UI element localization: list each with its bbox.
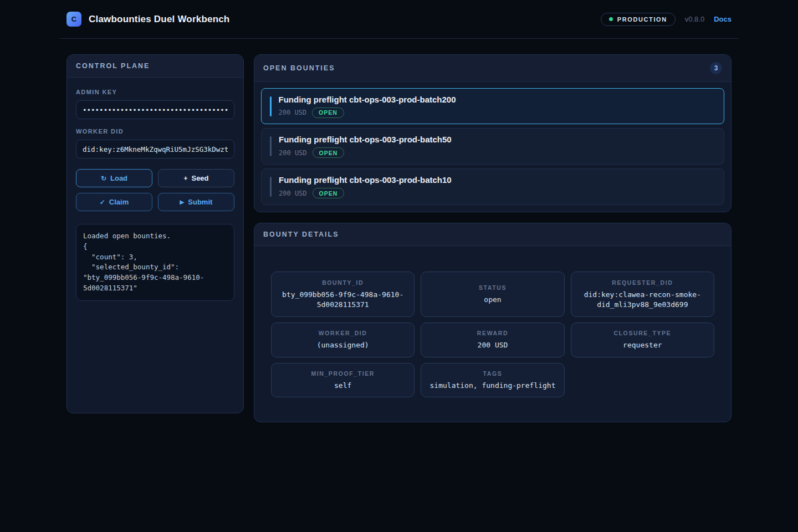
page-container: C Clawbounties Duel Workbench PRODUCTION… [60, 0, 738, 422]
version-label: v0.8.0 [685, 15, 704, 23]
main-content: CONTROL PLANE ADMIN KEY WORKER DID ↻ Loa… [60, 39, 738, 422]
detail-cell-closure-type: CLOSURE_TYPE requester [571, 323, 714, 357]
play-icon: ▶ [180, 200, 185, 205]
app-header: C Clawbounties Duel Workbench PRODUCTION… [60, 0, 738, 39]
submit-button[interactable]: ▶ Submit [158, 193, 234, 211]
bounty-reward: 200 USD [279, 190, 307, 197]
bounty-card-content: Funding preflight cbt-ops-003-prod-batch… [279, 95, 456, 118]
plus-icon: + [183, 175, 187, 182]
seed-button[interactable]: + Seed [158, 169, 234, 187]
load-button-label: Load [110, 174, 127, 182]
bounty-card[interactable]: Funding preflight cbt-ops-003-prod-batch… [261, 168, 724, 205]
detail-label: TAGS [428, 370, 557, 377]
accent-bar [270, 96, 272, 116]
bounty-title: Funding preflight cbt-ops-003-prod-batch… [279, 175, 452, 185]
open-bounties-title: OPEN BOUNTIES [263, 64, 335, 72]
control-plane-body: ADMIN KEY WORKER DID ↻ Load + Seed ✓ [67, 78, 243, 310]
submit-button-label: Submit [188, 198, 212, 206]
status-badge: OPEN [313, 188, 345, 198]
detail-cell-tags: TAGS simulation, funding-preflight [421, 363, 564, 398]
app-logo: C [66, 12, 81, 27]
bounty-card-content: Funding preflight cbt-ops-003-prod-batch… [279, 175, 452, 198]
bounty-card-content: Funding preflight cbt-ops-003-prod-batch… [279, 135, 452, 158]
detail-label: CLOSURE_TYPE [578, 330, 707, 336]
status-dot-icon [609, 17, 613, 21]
bounty-title: Funding preflight cbt-ops-003-prod-batch… [279, 135, 452, 144]
detail-cell-bounty-id: BOUNTY_ID bty_099bb056-9f9c-498a-9610-5d… [271, 272, 415, 317]
detail-value: open [428, 295, 557, 305]
detail-value: (unassigned) [278, 340, 407, 350]
control-plane-header: CONTROL PLANE [67, 55, 243, 78]
open-bounties-panel: OPEN BOUNTIES 3 Funding preflight cbt-op… [254, 54, 732, 212]
detail-cell-status: STATUS open [421, 272, 564, 317]
detail-value: simulation, funding-preflight [428, 381, 557, 391]
right-column: OPEN BOUNTIES 3 Funding preflight cbt-op… [254, 54, 732, 422]
bounty-details-panel: BOUNTY DETAILS BOUNTY_ID bty_099bb056-9f… [254, 223, 732, 422]
refresh-icon: ↻ [101, 175, 106, 182]
admin-key-input[interactable] [76, 100, 234, 119]
detail-value: self [278, 381, 407, 391]
detail-label: REQUESTER_DID [578, 279, 707, 286]
docs-link[interactable]: Docs [714, 15, 732, 23]
accent-bar [270, 177, 272, 197]
bounty-card[interactable]: Funding preflight cbt-ops-003-prod-batch… [261, 88, 724, 124]
detail-value: 200 USD [428, 340, 557, 350]
open-bounties-header: OPEN BOUNTIES 3 [254, 55, 731, 82]
bounty-reward: 200 USD [279, 109, 307, 116]
page-title: Clawbounties Duel Workbench [89, 14, 229, 25]
bounty-meta: 200 USD OPEN [279, 147, 452, 158]
control-plane-title: CONTROL PLANE [76, 62, 150, 70]
console-output: Loaded open bounties. { "count": 3, "sel… [76, 224, 234, 301]
bounty-title: Funding preflight cbt-ops-003-prod-batch… [279, 95, 456, 104]
claim-button-label: Claim [109, 198, 129, 206]
detail-label: WORKER_DID [278, 330, 407, 336]
detail-label: BOUNTY_ID [278, 279, 407, 286]
detail-value: did:key:clawea-recon-smoke-did_mli3pv88_… [578, 290, 707, 309]
detail-value: bty_099bb056-9f9c-498a-9610-5d0028115371 [278, 290, 407, 309]
header-right: PRODUCTION v0.8.0 Docs [601, 13, 732, 26]
status-badge: OPEN [312, 108, 344, 118]
bounty-list: Funding preflight cbt-ops-003-prod-batch… [254, 82, 731, 212]
load-button[interactable]: ↻ Load [76, 169, 152, 187]
detail-cell-requester-did: REQUESTER_DID did:key:clawea-recon-smoke… [571, 272, 714, 317]
bounty-count-badge: 3 [710, 62, 722, 74]
environment-badge: PRODUCTION [601, 13, 676, 26]
detail-value: requester [578, 340, 707, 350]
bounty-reward: 200 USD [279, 149, 307, 157]
accent-bar [270, 136, 272, 156]
bounty-card[interactable]: Funding preflight cbt-ops-003-prod-batch… [261, 128, 724, 165]
detail-label: STATUS [428, 284, 557, 291]
detail-cell-min-proof-tier: MIN_PROOF_TIER self [271, 363, 415, 398]
detail-cell-reward: REWARD 200 USD [421, 323, 564, 357]
environment-label: PRODUCTION [617, 16, 667, 23]
action-buttons: ↻ Load + Seed ✓ Claim ▶ Submit [76, 169, 234, 211]
admin-key-label: ADMIN KEY [76, 89, 234, 95]
worker-did-input[interactable] [76, 140, 234, 158]
bounty-details-header: BOUNTY DETAILS [254, 223, 731, 246]
bounty-details-title: BOUNTY DETAILS [263, 231, 339, 238]
seed-button-label: Seed [191, 174, 208, 182]
bounty-meta: 200 USD OPEN [279, 188, 452, 198]
bounty-details-body: BOUNTY_ID bty_099bb056-9f9c-498a-9610-5d… [254, 246, 731, 422]
detail-cell-worker-did: WORKER_DID (unassigned) [271, 323, 415, 357]
detail-label: MIN_PROOF_TIER [278, 370, 407, 377]
check-icon: ✓ [100, 199, 105, 206]
worker-did-label: WORKER DID [76, 128, 234, 135]
details-grid: BOUNTY_ID bty_099bb056-9f9c-498a-9610-5d… [271, 272, 714, 397]
detail-label: REWARD [428, 330, 557, 336]
status-badge: OPEN [313, 147, 345, 158]
logo-letter: C [71, 15, 76, 23]
control-plane-panel: CONTROL PLANE ADMIN KEY WORKER DID ↻ Loa… [66, 54, 244, 413]
claim-button[interactable]: ✓ Claim [76, 193, 152, 211]
bounty-meta: 200 USD OPEN [279, 108, 456, 118]
